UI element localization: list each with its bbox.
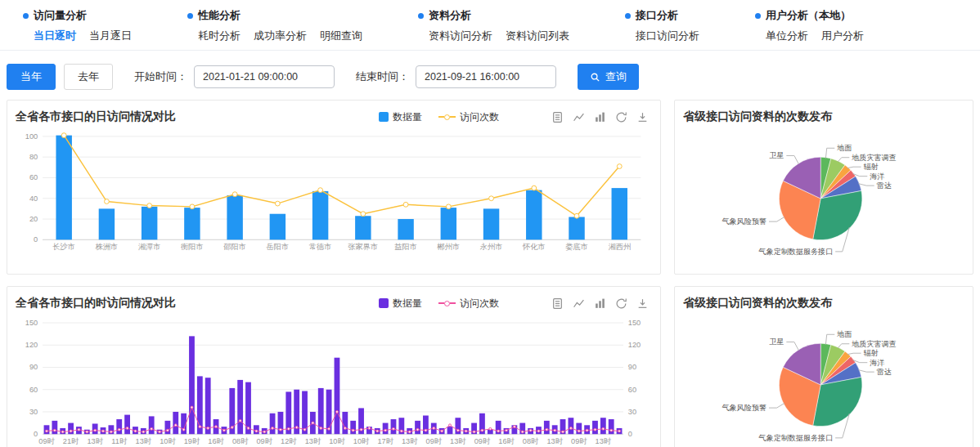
nav-group-visits: 访问量分析 当日逐时 当月逐日 [23,8,132,43]
nav-item-success-rate-analysis[interactable]: 成功率分析 [254,29,307,43]
bullet-icon [23,13,29,19]
search-icon [590,72,600,83]
svg-text:100: 100 [25,132,38,141]
chart-legend: 数据量 访问次数 [379,297,499,311]
chart-legend: 数据量 访问次数 [379,110,499,124]
query-button[interactable]: 查询 [578,64,639,90]
hourly-bar-line-chart[interactable]: 0030306060909012012015015009时21时13时11时13… [16,313,652,447]
svg-text:150: 150 [25,319,38,327]
svg-text:岳阳市: 岳阳市 [266,243,290,251]
legend-item-data-volume[interactable]: 数据量 [379,297,422,311]
nav-item-data-access-list[interactable]: 资料访问列表 [506,29,569,43]
nav-group-performance: 性能分析 耗时分析 成功率分析 明细查询 [187,8,362,43]
nav-item-unit-analysis[interactable]: 单位分析 [766,29,808,43]
svg-text:地质灾害调查: 地质灾害调查 [851,154,896,162]
nav-item-hourly-today[interactable]: 当日逐时 [34,29,76,43]
bullet-icon [755,13,761,19]
switch-bar-chart-icon[interactable] [594,297,606,310]
svg-text:20: 20 [29,215,38,223]
svg-text:郴州市: 郴州市 [436,243,460,251]
last-year-button[interactable]: 去年 [64,64,113,90]
nav-item-detail-query[interactable]: 明细查询 [320,29,362,43]
svg-text:雷达: 雷达 [877,181,892,190]
svg-text:地面: 地面 [836,330,852,338]
svg-text:09时: 09时 [38,437,55,445]
province-access-pie-chart-bottom[interactable]: 地面地质灾害调查辐射海洋雷达气象定制数据服务接口气象风险预警卫星 [683,313,964,447]
chart-toolbox [551,111,649,123]
svg-text:80: 80 [29,153,38,161]
svg-text:17时: 17时 [377,437,393,445]
svg-text:09时: 09时 [571,437,587,445]
legend-swatch-icon [438,114,456,120]
svg-text:湘西州: 湘西州 [608,243,631,251]
svg-text:13时: 13时 [305,437,321,445]
svg-text:雷达: 雷达 [877,368,892,376]
svg-text:30: 30 [29,408,38,416]
svg-text:辐射: 辐射 [863,163,878,171]
nav-group-title: 性能分析 [198,8,241,23]
restore-icon[interactable] [615,297,627,310]
svg-text:海洋: 海洋 [870,359,884,367]
legend-item-data-volume[interactable]: 数据量 [379,110,422,124]
svg-text:150: 150 [628,319,641,327]
panel-title: 省级接口访问资料的次数发布 [683,296,832,311]
filter-bar: 当年 去年 开始时间： 结束时间： 查询 [0,51,980,100]
nav-group-data: 资料分析 资料访问分析 资料访问列表 [418,8,569,43]
legend-item-visit-count[interactable]: 访问次数 [438,110,499,124]
download-icon[interactable] [636,297,649,310]
svg-text:60: 60 [29,386,38,394]
svg-text:11时: 11时 [111,437,128,445]
legend-swatch-icon [438,301,456,306]
dashboard-grid: 全省各市接口的日访问情况对比 数据量 访问次数 [0,100,980,447]
legend-label: 数据量 [393,110,422,124]
data-view-icon[interactable] [551,111,564,123]
nav-group-title: 访问量分析 [34,8,87,23]
nav-item-user-analysis[interactable]: 用户分析 [821,29,864,43]
nav-item-interface-access-analysis[interactable]: 接口访问分析 [636,29,699,43]
province-access-pie-chart-top[interactable]: 地面地质灾害调查辐射海洋雷达气象定制数据服务接口气象风险预警卫星 [683,127,964,267]
svg-text:卫星: 卫星 [769,337,784,346]
svg-text:怀化市: 怀化市 [522,243,546,251]
panel-pie-top: 省级接口访问资料的次数发布 地面地质灾害调查辐射海洋雷达气象定制数据服务接口气象… [674,100,973,275]
nav-group-title: 资料分析 [429,8,471,23]
svg-text:气象定制数据服务接口: 气象定制数据服务接口 [758,248,834,256]
restore-icon[interactable] [615,111,627,123]
svg-text:0: 0 [34,235,38,244]
switch-line-chart-icon[interactable] [573,111,585,123]
nav-group-interface: 接口分析 接口访问分析 [625,8,699,43]
legend-label: 访问次数 [460,297,499,311]
svg-text:益阳市: 益阳市 [394,243,417,251]
svg-text:气象风险预警: 气象风险预警 [722,404,766,412]
svg-text:常德市: 常德市 [309,243,332,251]
svg-text:13时: 13时 [87,437,103,445]
nav-item-daily-this-month[interactable]: 当月逐日 [89,29,132,43]
data-view-icon[interactable] [551,297,564,310]
svg-text:海洋: 海洋 [870,172,884,181]
nav-item-time-cost-analysis[interactable]: 耗时分析 [198,29,241,43]
svg-text:120: 120 [25,341,38,349]
svg-text:13时: 13时 [546,437,563,445]
svg-text:娄底市: 娄底市 [565,243,588,251]
legend-item-visit-count[interactable]: 访问次数 [438,297,499,311]
panel-daily-comparison: 全省各市接口的日访问情况对比 数据量 访问次数 [7,100,661,275]
nav-item-data-access-analysis[interactable]: 资料访问分析 [429,29,492,43]
svg-text:16时: 16时 [208,437,224,445]
svg-text:株洲市: 株洲市 [96,243,119,251]
legend-label: 访问次数 [460,110,499,124]
svg-text:16时: 16时 [498,437,515,445]
switch-line-chart-icon[interactable] [573,297,585,310]
svg-text:19时: 19时 [184,437,200,445]
end-time-input[interactable] [416,65,556,88]
start-time-input[interactable] [194,65,335,88]
svg-text:地质灾害调查: 地质灾害调查 [851,340,896,348]
panel-pie-bottom: 省级接口访问资料的次数发布 地面地质灾害调查辐射海洋雷达气象定制数据服务接口气象… [674,286,973,447]
this-year-button[interactable]: 当年 [7,64,56,90]
bullet-icon [418,13,424,19]
daily-bar-line-chart[interactable]: 020406080100长沙市株洲市湘潭市衡阳市邵阳市岳阳市常德市张家界市益阳市… [16,127,652,256]
switch-bar-chart-icon[interactable] [594,111,606,123]
start-time-label: 开始时间： [134,69,187,84]
svg-text:0: 0 [628,430,632,438]
svg-text:90: 90 [628,363,636,371]
svg-text:90: 90 [29,363,38,371]
download-icon[interactable] [636,111,649,123]
